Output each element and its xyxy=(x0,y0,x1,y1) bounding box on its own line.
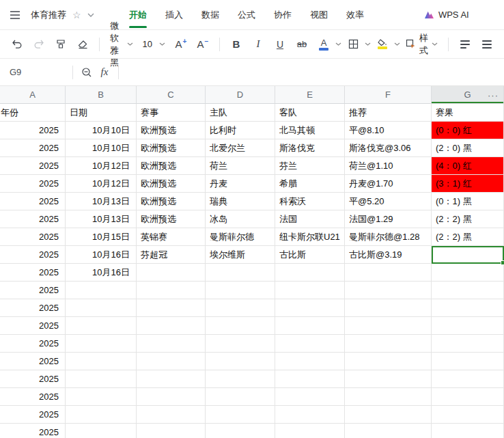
cell-B7[interactable]: 10月13日 xyxy=(66,210,137,228)
hamburger-menu-icon[interactable] xyxy=(10,10,20,20)
column-header-G[interactable]: G··· xyxy=(432,86,504,104)
cell-E5[interactable]: 希腊 xyxy=(275,175,345,193)
cell-A13[interactable]: 2025 xyxy=(0,317,66,335)
cell-D10[interactable] xyxy=(206,264,275,282)
cell-C14[interactable] xyxy=(137,335,206,353)
cell-C18[interactable] xyxy=(137,406,206,424)
cell-G2[interactable]: (0：0) 红 xyxy=(432,122,504,139)
cell-F15[interactable] xyxy=(345,353,432,370)
cell-G13[interactable] xyxy=(432,317,504,335)
cell-C7[interactable]: 欧洲预选 xyxy=(137,210,206,228)
cell-E6[interactable]: 科索沃 xyxy=(275,193,345,210)
cell-A8[interactable]: 2025 xyxy=(0,228,66,246)
cell-E7[interactable]: 法国 xyxy=(275,210,345,228)
cell-E15[interactable] xyxy=(275,353,345,370)
cell-D2[interactable]: 比利时 xyxy=(206,122,275,139)
cell-D3[interactable]: 北爱尔兰 xyxy=(206,139,275,157)
cell-F19[interactable] xyxy=(345,424,432,438)
cell-E1[interactable]: 客队 xyxy=(275,104,345,122)
tab-wps-ai[interactable]: WPS AI xyxy=(424,10,469,20)
cell-F10[interactable] xyxy=(345,264,432,282)
decrease-font-button[interactable]: A− xyxy=(193,34,213,55)
cell-C9[interactable]: 芬超冠 xyxy=(137,246,206,264)
cell-D11[interactable] xyxy=(206,282,275,299)
cell-A2[interactable]: 2025 xyxy=(0,122,66,139)
cell-A17[interactable]: 2025 xyxy=(0,388,66,406)
cell-G16[interactable] xyxy=(432,370,504,388)
cell-A11[interactable]: 2025 xyxy=(0,282,66,299)
cell-B17[interactable] xyxy=(66,388,137,406)
cell-E10[interactable] xyxy=(275,264,345,282)
cell-B13[interactable] xyxy=(66,317,137,335)
font-size-select[interactable]: 10 xyxy=(139,34,169,55)
cell-B2[interactable]: 10月10日 xyxy=(66,122,137,139)
favorite-star-icon[interactable]: ☆ xyxy=(72,10,81,20)
font-color-chevron-icon[interactable] xyxy=(335,42,341,46)
cell-A4[interactable]: 2025 xyxy=(0,157,66,175)
cell-B10[interactable]: 10月16日 xyxy=(66,264,137,282)
strikethrough-button[interactable]: ab xyxy=(292,34,312,55)
cell-B9[interactable]: 10月16日 xyxy=(66,246,137,264)
cell-G5[interactable]: (3：1) 红 xyxy=(432,175,504,193)
cell-G9[interactable] xyxy=(432,246,504,264)
eraser-icon[interactable] xyxy=(72,34,93,55)
cell-A19[interactable]: 2025 xyxy=(0,424,66,438)
cell-E14[interactable] xyxy=(275,335,345,353)
cell-E13[interactable] xyxy=(275,317,345,335)
italic-button[interactable]: I xyxy=(248,34,268,55)
cell-F16[interactable] xyxy=(345,370,432,388)
cell-D7[interactable]: 冰岛 xyxy=(206,210,275,228)
cell-E4[interactable]: 芬兰 xyxy=(275,157,345,175)
tab-formula[interactable]: 公式 xyxy=(238,0,255,29)
align-left-icon[interactable] xyxy=(455,34,475,55)
cell-D18[interactable] xyxy=(206,406,275,424)
cell-C17[interactable] xyxy=(137,388,206,406)
cell-E3[interactable]: 斯洛伐克 xyxy=(275,139,345,157)
cell-A16[interactable]: 2025 xyxy=(0,370,66,388)
column-header-F[interactable]: F xyxy=(345,86,432,104)
cell-D19[interactable] xyxy=(206,424,275,438)
cell-C10[interactable] xyxy=(137,264,206,282)
cell-F6[interactable]: 平@5.20 xyxy=(345,193,432,210)
cell-D5[interactable]: 丹麦 xyxy=(206,175,275,193)
zoom-out-icon[interactable] xyxy=(78,62,96,83)
cell-G18[interactable] xyxy=(432,406,504,424)
column-header-A[interactable]: A xyxy=(0,86,66,104)
cell-F7[interactable]: 法国@1.29 xyxy=(345,210,432,228)
title-chevron-down-icon[interactable] xyxy=(87,13,94,17)
cell-E11[interactable] xyxy=(275,282,345,299)
cell-C5[interactable]: 欧洲预选 xyxy=(137,175,206,193)
cell-F17[interactable] xyxy=(345,388,432,406)
cell-C13[interactable] xyxy=(137,317,206,335)
cell-E16[interactable] xyxy=(275,370,345,388)
cell-G4[interactable]: (4：0) 红 xyxy=(432,157,504,175)
increase-font-button[interactable]: A+ xyxy=(171,34,191,55)
tab-collaborate[interactable]: 协作 xyxy=(274,0,292,29)
tab-efficiency[interactable]: 效率 xyxy=(346,0,364,29)
cell-A12[interactable]: 2025 xyxy=(0,299,66,317)
cell-B12[interactable] xyxy=(66,299,137,317)
cell-F11[interactable] xyxy=(345,282,432,299)
cell-F12[interactable] xyxy=(345,299,432,317)
cell-B14[interactable] xyxy=(66,335,137,353)
cell-A14[interactable]: 2025 xyxy=(0,335,66,353)
column-header-E[interactable]: E xyxy=(275,86,345,104)
cell-F2[interactable]: 平@8.10 xyxy=(345,122,432,139)
cell-G12[interactable] xyxy=(432,299,504,317)
tab-home[interactable]: 开始 xyxy=(129,0,147,29)
cell-C15[interactable] xyxy=(137,353,206,370)
cell-G6[interactable]: (0：1) 黑 xyxy=(432,193,504,210)
cell-C8[interactable]: 英锦赛 xyxy=(137,228,206,246)
cell-D4[interactable]: 荷兰 xyxy=(206,157,275,175)
cell-C3[interactable]: 欧洲预选 xyxy=(137,139,206,157)
borders-button[interactable] xyxy=(343,34,363,55)
cell-A10[interactable]: 2025 xyxy=(0,264,66,282)
cell-A7[interactable]: 2025 xyxy=(0,210,66,228)
font-name-select[interactable]: 微软雅黑 xyxy=(106,34,137,55)
cell-B16[interactable] xyxy=(66,370,137,388)
format-painter-icon[interactable] xyxy=(51,34,71,55)
cell-G19[interactable] xyxy=(432,424,504,438)
column-header-D[interactable]: D xyxy=(206,86,275,104)
cell-G7[interactable]: (2：2) 黑 xyxy=(432,210,504,228)
cell-D1[interactable]: 主队 xyxy=(206,104,275,122)
